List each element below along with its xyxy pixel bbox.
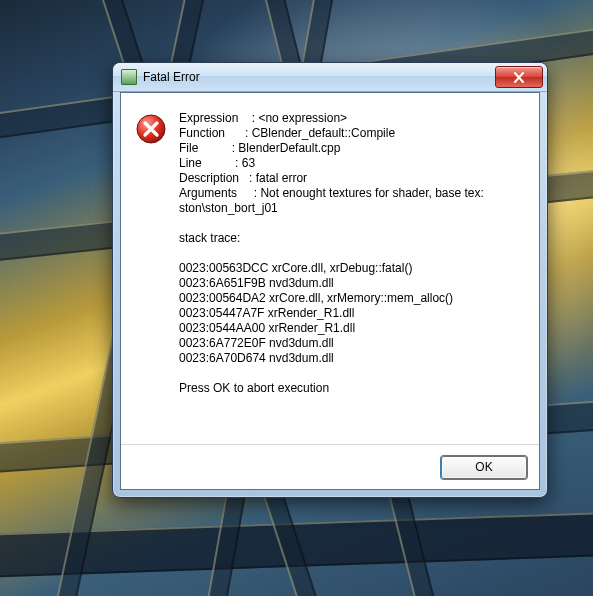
error-icon bbox=[135, 113, 167, 145]
close-button[interactable] bbox=[495, 66, 543, 88]
dialog-body: Expression : <no expression> Function : … bbox=[121, 93, 539, 444]
error-message: Expression : <no expression> Function : … bbox=[179, 111, 484, 436]
ok-button[interactable]: OK bbox=[441, 456, 527, 479]
fatal-error-dialog: Fatal Error Expression : <no expres bbox=[112, 62, 548, 498]
app-icon bbox=[121, 69, 137, 85]
title-bar[interactable]: Fatal Error bbox=[113, 63, 547, 92]
window-title: Fatal Error bbox=[143, 70, 495, 84]
close-icon bbox=[513, 72, 525, 83]
dialog-client-area: Expression : <no expression> Function : … bbox=[120, 92, 540, 490]
button-bar: OK bbox=[121, 444, 539, 489]
